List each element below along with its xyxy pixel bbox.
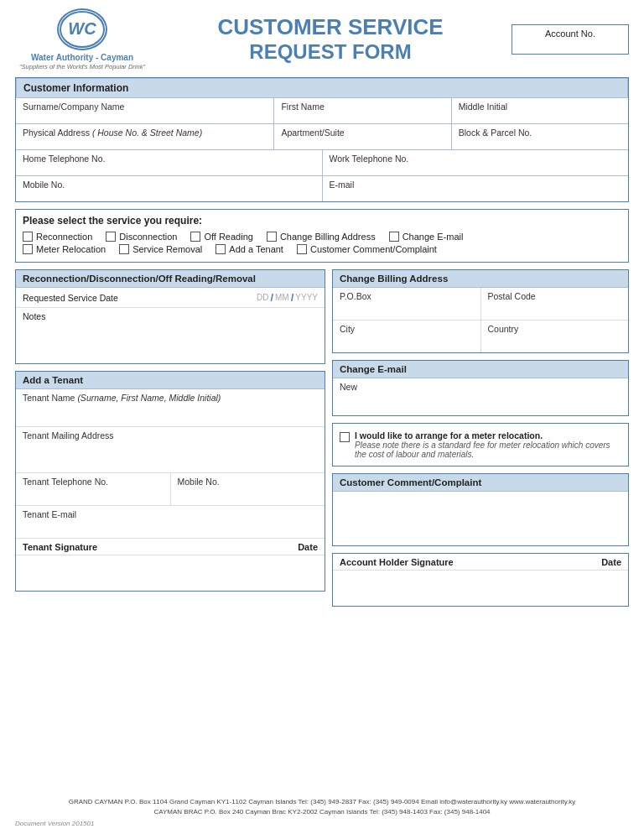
service-removal-box[interactable] [119,244,129,254]
reconnection-section: Reconnection/Disconnection/Off Reading/R… [15,269,325,364]
email-new-row: New [333,378,628,415]
reconnection-checkbox[interactable]: Reconnection [23,232,92,242]
off-reading-checkbox[interactable]: Off Reading [190,232,253,242]
add-tenant-checkbox[interactable]: Add a Tenant [216,244,283,254]
svg-text:WC: WC [68,19,96,38]
change-billing-box[interactable] [267,232,277,242]
account-label: Account No. [519,29,621,39]
customer-row-4: Mobile No. E-mail [16,176,628,201]
service-selection-section: Please select the service you require: R… [15,209,629,263]
logo-tagline: "Suppliers of the World's Most Popular D… [19,63,145,70]
logo-icon: WC [57,8,107,50]
reconnection-label: Reconnection [36,232,92,242]
surname-label: Surname/Company Name [23,102,124,112]
tenant-sig-header-row: Tenant Signature Date [16,539,325,555]
tenant-mobile-cell: Mobile No. [171,473,325,505]
date-sep2: / [291,291,294,304]
meter-relocation-box[interactable] [23,244,33,254]
physical-address-field: Physical Address ( House No. & Street Na… [16,124,274,149]
postal-label: Postal Code [488,291,536,301]
customer-complaint-checkbox[interactable]: Customer Comment/Complaint [297,244,437,254]
tenant-name-label: Tenant Name (Surname, First Name, Middle… [23,393,221,403]
add-tenant-label: Add a Tenant [229,244,283,254]
tenant-phone-label: Tenant Telephone No. [23,477,108,487]
title-area: CUSTOMER SERVICE REQUEST FORM [149,14,512,65]
city-label: City [340,324,355,334]
lower-section: Reconnection/Disconnection/Off Reading/R… [15,269,629,790]
notes-label: Notes [23,311,45,321]
footer-line1: GRAND CAYMAN P.O. Box 1104 Grand Cayman … [15,797,629,807]
billing-pobox-row: P.O.Box Postal Code [333,288,628,321]
form-title-line2: REQUEST FORM [149,40,512,65]
account-holder-sig-section: Account Holder Signature Date [332,553,629,607]
block-parcel-field: Block & Parcel No. [452,124,628,149]
tenant-email-row: Tenant E-mail [16,506,325,539]
tenant-mobile-label: Mobile No. [178,477,220,487]
apartment-label: Apartment/Suite [281,128,344,138]
customer-row-2: Physical Address ( House No. & Street Na… [16,124,628,150]
tenant-sig-area [16,555,325,591]
disconnection-box[interactable] [106,232,116,242]
right-column: Change Billing Address P.O.Box Postal Co… [332,269,629,790]
mobile-field: Mobile No. [16,176,323,201]
customer-row-3: Home Telephone No. Work Telephone No. [16,150,628,176]
meter-relocation-checkbox[interactable]: Meter Relocation [23,244,106,254]
account-holder-sig-label: Account Holder Signature [340,557,601,567]
home-phone-field: Home Telephone No. [16,150,323,175]
meter-relocation-arrange-box[interactable] [340,432,350,442]
tenant-phone-row: Tenant Telephone No. Mobile No. [16,473,325,506]
email-section: Change E-mail New [332,360,629,416]
off-reading-box[interactable] [190,232,200,242]
tenant-name-row: Tenant Name (Surname, First Name, Middle… [16,389,325,427]
account-sig-header-row: Account Holder Signature Date [333,554,628,571]
change-email-checkbox[interactable]: Change E-mail [389,232,464,242]
checkbox-row-2: Meter Relocation Service Removal Add a T… [23,244,621,254]
tenant-address-label: Tenant Mailing Address [23,430,114,440]
customer-information-section: Customer Information Surname/Company Nam… [15,77,629,202]
account-sig-area [333,571,628,606]
service-date-row: Requested Service Date DD / MM / YYYY [16,288,325,308]
tenant-sig-label: Tenant Signature [23,542,298,552]
change-email-box[interactable] [389,232,399,242]
footer-version: Document Version 201501 [15,820,629,827]
service-removal-label: Service Removal [132,244,202,254]
tenant-phone-cell: Tenant Telephone No. [16,473,171,505]
page: WC Water Authority - Cayman "Suppliers o… [0,0,644,834]
add-tenant-box[interactable] [216,244,226,254]
change-billing-checkbox[interactable]: Change Billing Address [267,232,376,242]
date-placeholder: DD / MM / YYYY [257,291,318,304]
complaint-body [333,492,628,545]
apartment-field: Apartment/Suite [274,124,451,149]
reconnection-section-header: Reconnection/Disconnection/Off Reading/R… [16,270,325,288]
checkbox-row-1: Reconnection Disconnection Off Reading C… [23,232,621,242]
change-billing-label: Change Billing Address [280,232,376,242]
firstname-label: First Name [281,102,324,112]
date-sep1: / [270,291,273,304]
middle-initial-label: Middle Initial [459,102,507,112]
pobox-cell: P.O.Box [333,288,481,320]
reconnection-box[interactable] [23,232,33,242]
country-label: Country [488,324,519,334]
left-column: Reconnection/Disconnection/Off Reading/R… [15,269,325,790]
billing-header: Change Billing Address [333,270,628,288]
meter-text: I would like to arrange for a meter relo… [355,430,621,459]
off-reading-label: Off Reading [204,232,253,242]
email-label: E-mail [330,180,355,190]
change-email-label: Change E-mail [402,232,464,242]
tenant-email-label: Tenant E-mail [23,509,76,519]
tenant-date-label: Date [298,542,318,552]
mobile-label: Mobile No. [23,180,65,190]
complaint-section: Customer Comment/Complaint [332,473,629,546]
meter-bold-text: I would like to arrange for a meter relo… [355,430,543,440]
service-removal-checkbox[interactable]: Service Removal [119,244,202,254]
footer-line2: CAYMAN BRAC P.O. Box 240 Cayman Brac KY2… [15,807,629,817]
meter-relocation-label: Meter Relocation [36,244,106,254]
pobox-label: P.O.Box [340,291,371,301]
tenant-section: Add a Tenant Tenant Name (Surname, First… [15,371,325,592]
date-yyyy: YYYY [295,293,318,302]
logo-area: WC Water Authority - Cayman "Suppliers o… [15,8,149,70]
customer-complaint-box[interactable] [297,244,307,254]
country-cell: Country [481,321,629,352]
disconnection-checkbox[interactable]: Disconnection [106,232,177,242]
email-field: E-mail [323,176,629,201]
